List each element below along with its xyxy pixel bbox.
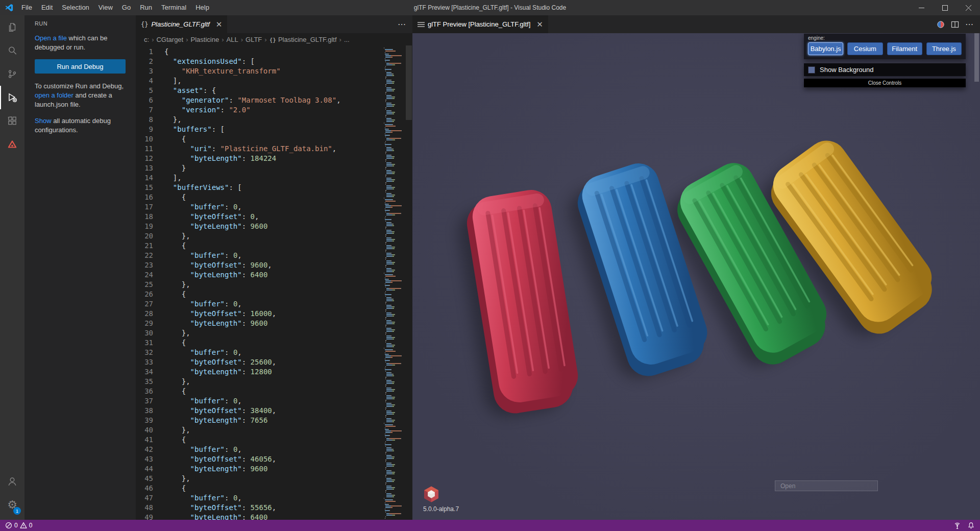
window-title: glTF Preview [Plasticine_GLTF.gltf] - Vi…: [414, 4, 566, 11]
menu-view[interactable]: View: [94, 0, 117, 15]
close-preview-tab-icon[interactable]: ✕: [536, 20, 543, 29]
more-actions-icon[interactable]: ⋯: [965, 19, 974, 29]
tab-gltf-preview[interactable]: glTF Preview [Plasticine_GLTF.gltf] ✕: [412, 15, 548, 33]
settings-button[interactable]: ⚙ 1: [0, 493, 24, 517]
engine-row: engine: Babylon.jsCesiumFilamentThree.js: [804, 34, 966, 59]
breadcrumb-separator: ›: [339, 36, 342, 43]
show-configurations-link[interactable]: Show: [35, 117, 52, 125]
breadcrumb-item[interactable]: ...: [344, 36, 350, 43]
accounts-button[interactable]: [0, 470, 24, 493]
preview-scrollbar[interactable]: [973, 33, 980, 520]
menu-terminal[interactable]: Terminal: [157, 0, 191, 15]
gltf-preview-viewport[interactable]: engine: Babylon.jsCesiumFilamentThree.js…: [412, 33, 980, 520]
breadcrumb-item[interactable]: Plasticine: [191, 36, 219, 43]
menu-edit[interactable]: Edit: [37, 0, 57, 15]
customize-text-1: To customize Run and Debug,: [35, 82, 124, 90]
close-window-button[interactable]: [957, 0, 980, 15]
menu-selection[interactable]: Selection: [57, 0, 93, 15]
preview-group: glTF Preview [Plasticine_GLTF.gltf] ✕: [412, 15, 980, 520]
sidebar-item-extensions[interactable]: [0, 109, 24, 133]
show-background-label: Show Background: [820, 66, 874, 74]
preview-tab-bar: glTF Preview [Plasticine_GLTF.gltf] ✕: [412, 15, 980, 33]
preview-tab-label: glTF Preview [Plasticine_GLTF.gltf]: [428, 20, 530, 28]
maximize-button[interactable]: [933, 0, 957, 15]
status-bar: 0 0: [0, 520, 980, 531]
run-sidebar: RUN Open a file which can be debugged or…: [24, 15, 136, 520]
minimap[interactable]: [383, 45, 405, 520]
close-controls-button[interactable]: Close Controls: [804, 79, 966, 87]
breadcrumb-item[interactable]: CGtarget: [156, 36, 183, 43]
warnings-count: 0: [29, 522, 33, 529]
title-bar: FileEditSelectionViewGoRunTerminalHelp g…: [0, 0, 980, 15]
preview-controls-panel: engine: Babylon.jsCesiumFilamentThree.js…: [804, 34, 966, 87]
engine-label: engine:: [808, 35, 962, 41]
show-background-row: Show Background: [804, 63, 966, 76]
preview-scrollbar-slider[interactable]: [974, 33, 979, 82]
preview-list-icon: [418, 21, 425, 28]
engine-button-cesium[interactable]: Cesium: [847, 42, 883, 55]
tab-plasticine-gltf[interactable]: {} Plasticine_GLTF.gltf ✕: [136, 15, 227, 33]
menu-help[interactable]: Help: [191, 0, 214, 15]
open-file-paragraph: Open a file which can be debugged or run…: [35, 34, 126, 52]
engine-buttons: Babylon.jsCesiumFilamentThree.js: [808, 42, 962, 55]
run-and-debug-icon: [7, 92, 18, 103]
warnings-icon: [20, 522, 27, 529]
editor-tab-bar: {} Plasticine_GLTF.gltf ✕ ⋯: [136, 15, 412, 33]
breadcrumb-separator: ›: [240, 36, 243, 43]
code-area[interactable]: { "extensionsUsed": [ "KHR_texture_trans…: [159, 45, 383, 520]
sidebar-item-explorer[interactable]: [0, 15, 24, 39]
engine-button-babylonjs[interactable]: Babylon.js: [808, 42, 843, 55]
plasticine-bar-red: [463, 187, 582, 416]
babylonjs-logo: [423, 486, 459, 503]
breadcrumb-separator: ›: [151, 36, 154, 43]
show-configs-paragraph: Show all automatic debug configurations.: [35, 116, 126, 135]
breadcrumb: c:›CGtarget›Plasticine›ALL›GLTF›{}Plasti…: [136, 33, 412, 45]
menu-bar: FileEditSelectionViewGoRunTerminalHelp: [17, 0, 214, 15]
editor-group: {} Plasticine_GLTF.gltf ✕ ⋯ c:›CGtarget›…: [136, 15, 412, 520]
code-editor: 1234567891011121314151617181920212223242…: [136, 45, 412, 520]
breadcrumb-separator: ›: [264, 36, 267, 43]
extensions-icon: [7, 115, 18, 127]
run-and-debug-button[interactable]: Run and Debug: [35, 59, 126, 74]
babylon-badge: 5.0.0-alpha.7: [423, 486, 459, 513]
settings-badge: 1: [13, 507, 21, 515]
editor-scrollbar[interactable]: [405, 45, 412, 520]
sidebar-item-run-and-debug[interactable]: [0, 86, 24, 109]
json-file-icon: {}: [270, 37, 276, 43]
globe-icon[interactable]: [937, 20, 945, 29]
bell-icon[interactable]: [967, 522, 975, 529]
minimize-button[interactable]: [910, 0, 933, 15]
window-controls: [910, 0, 980, 15]
breadcrumb-separator: ›: [185, 36, 188, 43]
errors-count: 0: [14, 522, 18, 529]
editor-scrollbar-slider[interactable]: [406, 45, 412, 120]
breadcrumb-item[interactable]: {}Plasticine_GLTF.gltf: [270, 36, 337, 43]
sidebar-item-search[interactable]: [0, 39, 24, 62]
engine-button-filament[interactable]: Filament: [887, 42, 922, 55]
preview-scene[interactable]: [412, 33, 980, 520]
open-folder-link[interactable]: open a folder: [35, 91, 74, 99]
broadcast-icon[interactable]: [953, 522, 961, 529]
explorer-icon: [7, 21, 18, 33]
sidebar-item-gltf-tools[interactable]: [0, 133, 24, 156]
open-file-link[interactable]: Open a file: [35, 34, 67, 42]
menu-go[interactable]: Go: [117, 0, 135, 15]
show-background-checkbox[interactable]: [808, 66, 815, 74]
more-actions-icon[interactable]: ⋯: [398, 19, 406, 29]
open-hint-label: Open: [780, 482, 795, 490]
tab-label: Plasticine_GLTF.gltf: [151, 20, 209, 28]
sidebar-item-source-control[interactable]: [0, 62, 24, 86]
breadcrumb-item[interactable]: c:: [144, 36, 149, 43]
activity-bar: ⚙ 1: [0, 15, 24, 520]
engine-button-threejs[interactable]: Three.js: [926, 42, 962, 55]
breadcrumb-item[interactable]: ALL: [227, 36, 238, 43]
breadcrumb-item[interactable]: GLTF: [246, 36, 262, 43]
problems-status[interactable]: 0 0: [5, 522, 32, 529]
menu-file[interactable]: File: [17, 0, 37, 15]
source-control-icon: [7, 68, 18, 80]
open-hint-box[interactable]: Open: [775, 480, 878, 491]
line-numbers[interactable]: 1234567891011121314151617181920212223242…: [136, 45, 159, 520]
close-tab-icon[interactable]: ✕: [216, 20, 223, 29]
menu-run[interactable]: Run: [135, 0, 157, 15]
split-editor-icon[interactable]: [951, 20, 959, 29]
